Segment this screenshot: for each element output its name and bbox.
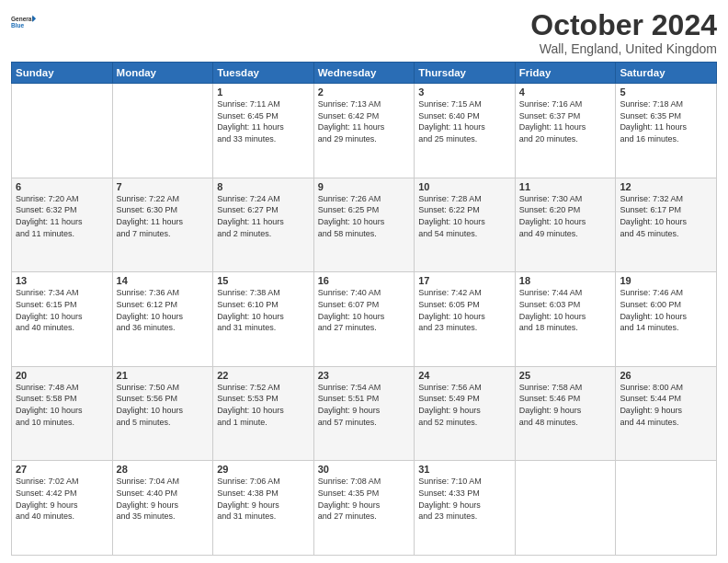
table-row: 26Sunrise: 8:00 AM Sunset: 5:44 PM Dayli… (616, 366, 717, 461)
calendar-week-row: 13Sunrise: 7:34 AM Sunset: 6:15 PM Dayli… (12, 272, 717, 367)
table-row: 19Sunrise: 7:46 AM Sunset: 6:00 PM Dayli… (616, 272, 717, 367)
calendar-header-row: Sunday Monday Tuesday Wednesday Thursday… (12, 63, 717, 84)
header-thursday: Thursday (415, 63, 516, 84)
day-number: 15 (217, 275, 310, 286)
day-info: Sunrise: 7:54 AM Sunset: 5:51 PM Dayligh… (318, 382, 411, 428)
day-number: 25 (519, 370, 612, 381)
day-info: Sunrise: 7:22 AM Sunset: 6:30 PM Dayligh… (117, 193, 210, 239)
table-row: 16Sunrise: 7:40 AM Sunset: 6:07 PM Dayli… (313, 272, 415, 367)
logo-icon: GeneralBlue (11, 9, 37, 35)
day-number: 8 (217, 181, 310, 192)
day-info: Sunrise: 7:56 AM Sunset: 5:49 PM Dayligh… (418, 382, 511, 428)
table-row: 9Sunrise: 7:26 AM Sunset: 6:25 PM Daylig… (313, 178, 415, 272)
calendar-week-row: 1Sunrise: 7:11 AM Sunset: 6:45 PM Daylig… (12, 84, 717, 178)
day-number: 5 (620, 86, 712, 98)
day-info: Sunrise: 7:08 AM Sunset: 4:35 PM Dayligh… (318, 476, 411, 522)
day-number: 12 (620, 181, 712, 192)
table-row: 1Sunrise: 7:11 AM Sunset: 6:45 PM Daylig… (213, 84, 314, 178)
table-row: 6Sunrise: 7:20 AM Sunset: 6:32 PM Daylig… (12, 178, 113, 272)
table-row: 27Sunrise: 7:02 AM Sunset: 4:42 PM Dayli… (12, 461, 113, 556)
table-row: 21Sunrise: 7:50 AM Sunset: 5:56 PM Dayli… (112, 366, 213, 461)
table-row: 11Sunrise: 7:30 AM Sunset: 6:20 PM Dayli… (515, 178, 616, 272)
day-number: 26 (620, 370, 712, 381)
day-number: 29 (217, 464, 310, 475)
svg-marker-2 (32, 16, 36, 22)
table-row: 25Sunrise: 7:58 AM Sunset: 5:46 PM Dayli… (515, 366, 616, 461)
day-number: 10 (418, 181, 511, 192)
day-info: Sunrise: 7:13 AM Sunset: 6:42 PM Dayligh… (318, 98, 411, 144)
day-info: Sunrise: 7:36 AM Sunset: 6:12 PM Dayligh… (117, 287, 210, 333)
table-row: 7Sunrise: 7:22 AM Sunset: 6:30 PM Daylig… (112, 178, 213, 272)
day-number: 9 (318, 181, 411, 192)
table-row: 3Sunrise: 7:15 AM Sunset: 6:40 PM Daylig… (415, 84, 516, 178)
table-row: 13Sunrise: 7:34 AM Sunset: 6:15 PM Dayli… (12, 272, 113, 367)
day-info: Sunrise: 7:40 AM Sunset: 6:07 PM Dayligh… (318, 287, 411, 333)
header: GeneralBlue October 2024 Wall, England, … (11, 9, 717, 56)
day-number: 3 (418, 86, 511, 98)
table-row (616, 461, 717, 556)
table-row: 12Sunrise: 7:32 AM Sunset: 6:17 PM Dayli… (616, 178, 717, 272)
table-row: 18Sunrise: 7:44 AM Sunset: 6:03 PM Dayli… (515, 272, 616, 367)
day-info: Sunrise: 7:50 AM Sunset: 5:56 PM Dayligh… (117, 382, 210, 428)
table-row: 28Sunrise: 7:04 AM Sunset: 4:40 PM Dayli… (112, 461, 213, 556)
day-number: 22 (217, 370, 310, 381)
day-number: 27 (16, 464, 108, 475)
day-number: 20 (16, 370, 108, 381)
day-info: Sunrise: 7:26 AM Sunset: 6:25 PM Dayligh… (318, 193, 411, 239)
day-info: Sunrise: 7:15 AM Sunset: 6:40 PM Dayligh… (418, 98, 511, 144)
table-row: 4Sunrise: 7:16 AM Sunset: 6:37 PM Daylig… (515, 84, 616, 178)
day-number: 6 (16, 181, 108, 192)
table-row: 23Sunrise: 7:54 AM Sunset: 5:51 PM Dayli… (313, 366, 415, 461)
day-info: Sunrise: 7:48 AM Sunset: 5:58 PM Dayligh… (16, 382, 108, 428)
day-info: Sunrise: 7:46 AM Sunset: 6:00 PM Dayligh… (620, 287, 712, 333)
table-row: 10Sunrise: 7:28 AM Sunset: 6:22 PM Dayli… (415, 178, 516, 272)
day-info: Sunrise: 7:42 AM Sunset: 6:05 PM Dayligh… (418, 287, 511, 333)
day-number: 14 (117, 275, 210, 286)
day-number: 23 (318, 370, 411, 381)
day-number: 30 (318, 464, 411, 475)
table-row: 20Sunrise: 7:48 AM Sunset: 5:58 PM Dayli… (12, 366, 113, 461)
day-number: 11 (519, 181, 612, 192)
day-info: Sunrise: 7:20 AM Sunset: 6:32 PM Dayligh… (16, 193, 108, 239)
table-row (112, 84, 213, 178)
day-number: 17 (418, 275, 511, 286)
header-tuesday: Tuesday (213, 63, 314, 84)
day-info: Sunrise: 7:34 AM Sunset: 6:15 PM Dayligh… (16, 287, 108, 333)
month-title: October 2024 (530, 9, 717, 41)
day-number: 18 (519, 275, 612, 286)
calendar-page: GeneralBlue October 2024 Wall, England, … (0, 0, 728, 563)
logo: GeneralBlue (11, 9, 37, 35)
day-info: Sunrise: 7:24 AM Sunset: 6:27 PM Dayligh… (217, 193, 310, 239)
day-info: Sunrise: 7:18 AM Sunset: 6:35 PM Dayligh… (620, 98, 712, 144)
day-info: Sunrise: 7:02 AM Sunset: 4:42 PM Dayligh… (16, 476, 108, 522)
table-row: 17Sunrise: 7:42 AM Sunset: 6:05 PM Dayli… (415, 272, 516, 367)
calendar-week-row: 27Sunrise: 7:02 AM Sunset: 4:42 PM Dayli… (12, 461, 717, 556)
day-info: Sunrise: 7:11 AM Sunset: 6:45 PM Dayligh… (217, 98, 310, 144)
table-row: 24Sunrise: 7:56 AM Sunset: 5:49 PM Dayli… (415, 366, 516, 461)
table-row: 30Sunrise: 7:08 AM Sunset: 4:35 PM Dayli… (313, 461, 415, 556)
day-number: 1 (217, 86, 310, 98)
table-row: 31Sunrise: 7:10 AM Sunset: 4:33 PM Dayli… (415, 461, 516, 556)
day-number: 21 (117, 370, 210, 381)
day-info: Sunrise: 7:10 AM Sunset: 4:33 PM Dayligh… (418, 476, 511, 522)
table-row: 29Sunrise: 7:06 AM Sunset: 4:38 PM Dayli… (213, 461, 314, 556)
day-info: Sunrise: 7:30 AM Sunset: 6:20 PM Dayligh… (519, 193, 612, 239)
day-info: Sunrise: 7:06 AM Sunset: 4:38 PM Dayligh… (217, 476, 310, 522)
day-info: Sunrise: 7:52 AM Sunset: 5:53 PM Dayligh… (217, 382, 310, 428)
calendar-week-row: 20Sunrise: 7:48 AM Sunset: 5:58 PM Dayli… (12, 366, 717, 461)
day-number: 2 (318, 86, 411, 98)
day-number: 4 (519, 86, 612, 98)
day-number: 28 (117, 464, 210, 475)
day-info: Sunrise: 7:28 AM Sunset: 6:22 PM Dayligh… (418, 193, 511, 239)
day-info: Sunrise: 7:44 AM Sunset: 6:03 PM Dayligh… (519, 287, 612, 333)
day-number: 13 (16, 275, 108, 286)
table-row (12, 84, 113, 178)
day-number: 31 (418, 464, 511, 475)
location: Wall, England, United Kingdom (530, 41, 717, 56)
header-monday: Monday (112, 63, 213, 84)
table-row: 14Sunrise: 7:36 AM Sunset: 6:12 PM Dayli… (112, 272, 213, 367)
table-row: 5Sunrise: 7:18 AM Sunset: 6:35 PM Daylig… (616, 84, 717, 178)
day-number: 24 (418, 370, 511, 381)
header-friday: Friday (515, 63, 616, 84)
table-row (515, 461, 616, 556)
